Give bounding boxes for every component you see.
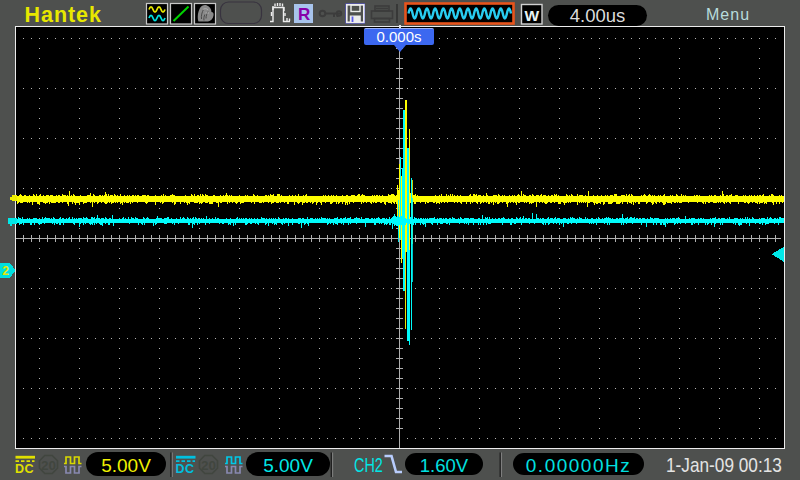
svg-text:W: W <box>525 7 540 24</box>
svg-text:20: 20 <box>41 458 56 473</box>
svg-text:DC: DC <box>15 462 34 476</box>
svg-text:20: 20 <box>201 458 216 473</box>
svg-text:DC: DC <box>176 462 195 476</box>
svg-text:R: R <box>298 5 310 24</box>
